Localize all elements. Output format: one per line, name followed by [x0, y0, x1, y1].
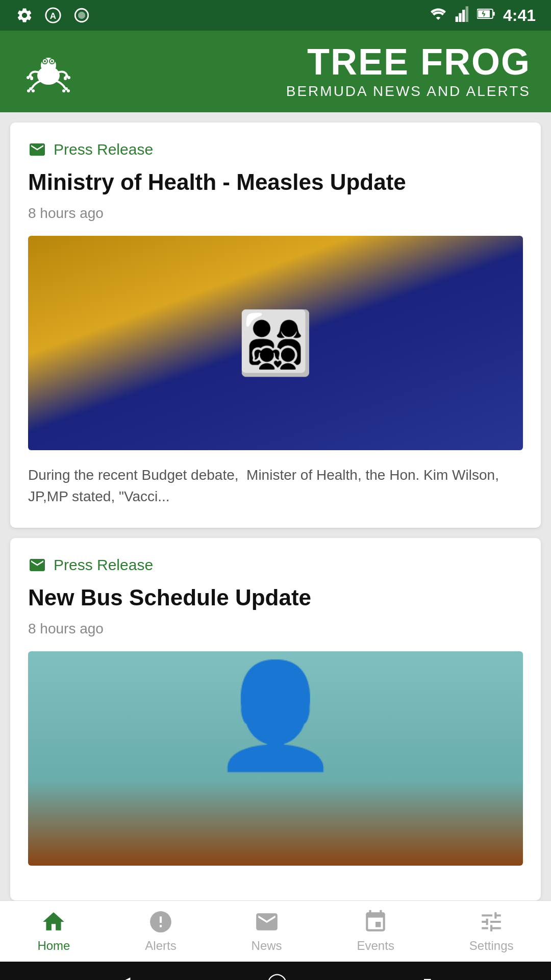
settings-icon	[15, 6, 34, 24]
app-name-text: TREE FROG	[286, 43, 531, 80]
events-icon	[363, 909, 388, 935]
header-title-block: TREE FROG BERMUDA NEWS AND ALERTS	[286, 43, 531, 100]
svg-rect-5	[459, 13, 461, 21]
svg-rect-7	[466, 6, 468, 22]
settings-nav-icon	[479, 909, 504, 935]
svg-rect-9	[493, 12, 495, 16]
status-bar-right: 4:41	[429, 6, 536, 26]
svg-rect-4	[456, 16, 458, 22]
nav-home-label: Home	[37, 939, 70, 953]
recents-button[interactable]: ■	[423, 974, 432, 980]
svg-point-21	[27, 76, 30, 79]
svg-point-3	[78, 12, 85, 19]
card-2-image	[28, 651, 523, 866]
svg-point-18	[44, 60, 46, 62]
svg-rect-6	[462, 10, 465, 22]
press-release-icon-2	[28, 556, 46, 574]
tree-frog-logo-icon	[23, 46, 74, 97]
news-card-1[interactable]: Press Release Ministry of Health - Measl…	[10, 122, 541, 528]
nav-alerts-label: Alerts	[145, 939, 176, 953]
status-bar: A	[0, 0, 551, 31]
nav-events-label: Events	[357, 939, 394, 953]
app-subtitle-text: BERMUDA NEWS AND ALERTS	[286, 83, 531, 100]
app-header: TREE FROG BERMUDA NEWS AND ALERTS	[0, 31, 551, 112]
svg-point-22	[30, 77, 33, 80]
nav-item-home[interactable]: Home	[27, 904, 80, 958]
nav-item-events[interactable]: Events	[347, 904, 405, 958]
nav-item-settings[interactable]: Settings	[459, 904, 524, 958]
nav-item-alerts[interactable]: Alerts	[135, 904, 186, 958]
nav-news-label: News	[252, 939, 282, 953]
wifi-icon	[429, 7, 447, 24]
card-2-category: Press Release	[28, 556, 523, 574]
svg-point-19	[51, 60, 53, 62]
battery-icon	[477, 7, 495, 24]
nav-settings-label: Settings	[469, 939, 514, 953]
app-logo	[20, 43, 77, 100]
news-card-2[interactable]: Press Release New Bus Schedule Update 8 …	[10, 538, 541, 900]
home-icon	[41, 909, 66, 935]
content-area: Press Release Ministry of Health - Measl…	[0, 112, 551, 900]
card-2-category-label: Press Release	[54, 556, 153, 574]
time-display: 4:41	[503, 6, 536, 25]
svg-point-28	[32, 89, 35, 92]
svg-point-31	[62, 89, 65, 92]
news-icon	[254, 909, 280, 935]
card-2-title: New Bus Schedule Update	[28, 584, 523, 611]
svg-text:A: A	[50, 11, 56, 21]
svg-point-30	[67, 89, 70, 92]
card-2-timestamp: 8 hours ago	[28, 621, 523, 637]
nav-item-news[interactable]: News	[241, 904, 292, 958]
status-bar-left: A	[15, 6, 91, 24]
card-1-excerpt: During the recent Budget debate, Ministe…	[28, 464, 523, 507]
home-button[interactable]: ◯	[267, 971, 287, 980]
card-1-category-label: Press Release	[54, 141, 153, 158]
card-1-image	[28, 236, 523, 450]
bottom-nav: Home Alerts News Events	[0, 900, 551, 962]
autofill-icon: A	[44, 6, 62, 24]
android-nav-bar: ◀ ◯ ■	[0, 962, 551, 980]
svg-point-27	[27, 89, 30, 92]
card-1-timestamp: 8 hours ago	[28, 205, 523, 222]
signal-icon	[455, 6, 469, 26]
svg-point-24	[67, 76, 70, 79]
card-1-category: Press Release	[28, 140, 523, 159]
alerts-icon	[148, 909, 173, 935]
back-button[interactable]: ◀	[119, 973, 131, 980]
circle-icon	[72, 6, 91, 24]
card-1-title: Ministry of Health - Measles Update	[28, 169, 523, 196]
press-release-icon-1	[28, 140, 46, 159]
svg-point-25	[64, 77, 67, 80]
